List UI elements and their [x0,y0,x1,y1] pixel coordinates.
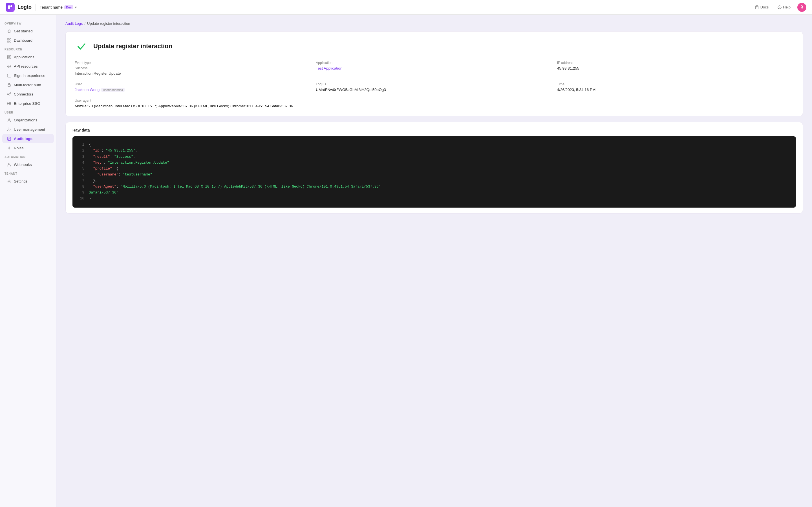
breadcrumb-current: Update register interaction [87,21,130,25]
logo-icon [6,3,15,12]
ip-field: IP address 45.93.31.255 [557,61,794,75]
svg-rect-1 [10,5,12,7]
sidebar-item-api-resources[interactable]: API resources [2,62,54,71]
sidebar-item-webhooks[interactable]: Webhooks [2,160,54,169]
applications-icon [7,55,11,59]
event-title: Update register interaction [93,43,172,50]
raw-data-label: Raw data [72,128,796,132]
api-resources-icon [7,64,11,68]
code-line-9: 9 Safari/537.36" [79,190,789,196]
nav-right: Docs ? Help Й [753,3,806,12]
help-label: Help [783,5,791,9]
user-section-label: USER [0,108,56,115]
sidebar-item-get-started[interactable]: Get started [2,26,54,36]
dashboard-label: Dashboard [14,38,33,43]
sidebar-item-dashboard[interactable]: Dashboard [2,36,54,45]
code-line-3: 3 "result": "Success", [79,154,789,160]
nav-divider [36,4,36,11]
sidebar-item-connectors[interactable]: Connectors [2,90,54,99]
get-started-icon [7,29,11,33]
resource-section-label: RESOURCE [0,45,56,52]
tenant-name: Tenant name [40,5,63,10]
main-content: Audit Logs / Update register interaction… [56,15,812,507]
enterprise-sso-icon [7,101,11,106]
mfa-icon [7,82,11,87]
breadcrumb-parent[interactable]: Audit Logs [65,21,83,25]
svg-rect-16 [8,84,10,87]
success-check-icon [75,40,88,53]
svg-text:?: ? [779,6,780,9]
webhooks-label: Webhooks [14,163,32,167]
ip-label: IP address [557,61,794,65]
application-value[interactable]: Test Application [316,66,552,70]
sidebar-item-settings[interactable]: Settings [2,177,54,186]
sidebar-item-user-management[interactable]: User management [2,125,54,134]
roles-label: Roles [14,146,24,150]
logo-area[interactable]: Logto [6,3,32,12]
breadcrumb-separator: / [84,21,86,25]
applications-label: Applications [14,55,35,59]
code-line-8: 8 "userAgent": "Mozilla/5.0 (Macintosh; … [79,184,789,190]
user-agent-value: Mozilla/5.0 (Macintosh; Intel Mac OS X 1… [75,104,794,108]
docs-label: Docs [760,5,769,9]
event-type-field: Event type Success Interaction.Register.… [75,61,311,75]
code-block: 1 { 2 "ip": "45.93.31.255", 3 "result": … [72,136,796,208]
mfa-label: Multi-factor auth [14,83,41,87]
event-type-value: Success Interaction.Register.Update [75,66,311,75]
sidebar-item-mfa[interactable]: Multi-factor auth [2,80,54,89]
organizations-icon [7,118,11,122]
svg-point-14 [8,56,10,58]
sidebar-item-enterprise-sso[interactable]: Enterprise SSO [2,99,54,108]
raw-data-card: Raw data 1 { 2 "ip": "45.93.31.255", 3 "… [65,122,803,214]
svg-line-21 [8,94,10,96]
svg-rect-8 [8,31,10,33]
breadcrumb: Audit Logs / Update register interaction [65,21,803,25]
audit-logs-icon [7,136,11,141]
ip-value: 45.93.31.255 [557,66,794,70]
sign-in-experience-label: Sign-in experience [14,73,45,78]
sidebar-item-applications[interactable]: Applications [2,52,54,61]
svg-point-17 [7,94,8,95]
sidebar-item-organizations[interactable]: Organizations [2,115,54,124]
connectors-label: Connectors [14,92,33,96]
code-line-4: 4 "key": "Interaction.Register.Update", [79,160,789,166]
user-id-badge: useridsddsdsa [101,88,124,92]
roles-icon [7,146,11,150]
user-field: User Jackson Wong useridsddsdsa [75,82,311,92]
organizations-label: Organizations [14,118,37,122]
svg-rect-0 [8,5,10,9]
help-icon: ? [777,5,781,9]
svg-point-18 [10,93,11,94]
avatar[interactable]: Й [797,3,806,12]
sidebar: OVERVIEW Get started Dashboard RESOURCE … [0,15,56,507]
sidebar-item-audit-logs[interactable]: Audit logs [2,134,54,143]
application-label: Application [316,61,552,65]
sidebar-item-roles[interactable]: Roles [2,144,54,152]
svg-point-29 [8,180,10,182]
help-button[interactable]: ? Help [775,4,793,10]
tenant-selector[interactable]: Tenant name Dev ▾ [40,5,77,10]
code-line-2: 2 "ip": "45.93.31.255", [79,148,789,154]
get-started-label: Get started [14,29,33,33]
svg-point-28 [8,147,10,149]
detail-card: Update register interaction Event type S… [65,31,803,116]
code-line-10: 10 } [79,196,789,202]
svg-point-22 [8,119,10,120]
sidebar-item-sign-in-experience[interactable]: Sign-in experience [2,71,54,80]
log-id-value: UMatENw0rFWO5aGbMl8tY2Qol50eOg3 [316,88,552,92]
svg-point-19 [10,95,11,96]
connectors-icon [7,92,11,96]
log-id-field: Log ID UMatENw0rFWO5aGbMl8tY2Qol50eOg3 [316,82,552,92]
docs-button[interactable]: Docs [753,4,771,10]
code-line-7: 7 }, [79,178,789,184]
user-value-container: Jackson Wong useridsddsdsa [75,88,311,92]
docs-icon [755,5,759,9]
status-indicator: Success [75,66,311,70]
user-name[interactable]: Jackson Wong [75,88,100,92]
log-id-label: Log ID [316,82,552,86]
fields-grid: Event type Success Interaction.Register.… [75,61,794,108]
sign-in-icon [7,73,11,78]
tenant-env-badge: Dev [64,5,73,9]
svg-rect-10 [10,39,11,40]
svg-rect-15 [7,74,11,77]
